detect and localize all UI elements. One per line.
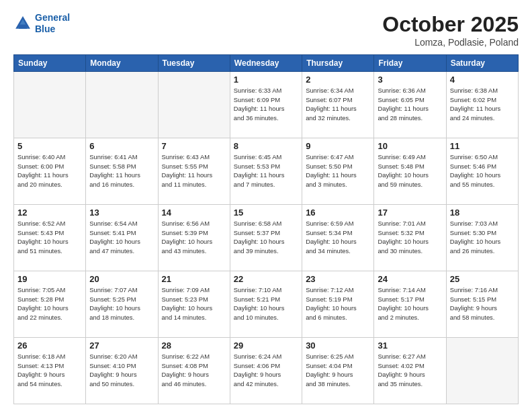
calendar-cell: 17Sunrise: 7:01 AM Sunset: 5:32 PM Dayli… — [374, 205, 446, 271]
day-number: 17 — [378, 208, 442, 218]
day-header-row: SundayMondayTuesdayWednesdayThursdayFrid… — [14, 55, 519, 72]
col-header-friday: Friday — [374, 55, 446, 72]
day-info: Sunrise: 7:14 AM Sunset: 5:17 PM Dayligh… — [378, 285, 442, 322]
calendar-cell: 7Sunrise: 6:43 AM Sunset: 5:55 PM Daylig… — [158, 138, 230, 205]
calendar-cell: 20Sunrise: 7:07 AM Sunset: 5:25 PM Dayli… — [86, 271, 158, 338]
day-number: 20 — [89, 274, 154, 284]
day-info: Sunrise: 7:09 AM Sunset: 5:23 PM Dayligh… — [162, 285, 226, 322]
calendar-cell: 22Sunrise: 7:10 AM Sunset: 5:21 PM Dayli… — [230, 271, 302, 338]
calendar-cell: 29Sunrise: 6:24 AM Sunset: 4:06 PM Dayli… — [230, 338, 302, 404]
calendar-cell: 25Sunrise: 7:16 AM Sunset: 5:15 PM Dayli… — [446, 271, 518, 338]
logo-icon — [13, 14, 32, 33]
day-number: 21 — [162, 274, 226, 284]
day-number: 27 — [89, 340, 154, 351]
day-number: 19 — [17, 274, 82, 284]
day-info: Sunrise: 6:18 AM Sunset: 4:13 PM Dayligh… — [17, 352, 82, 389]
calendar-cell — [86, 72, 158, 138]
calendar-cell: 8Sunrise: 6:45 AM Sunset: 5:53 PM Daylig… — [230, 138, 302, 205]
svg-rect-2 — [19, 24, 27, 28]
week-row-5: 26Sunrise: 6:18 AM Sunset: 4:13 PM Dayli… — [14, 338, 519, 404]
day-info: Sunrise: 6:22 AM Sunset: 4:08 PM Dayligh… — [162, 352, 226, 389]
day-number: 4 — [450, 75, 515, 85]
day-info: Sunrise: 6:34 AM Sunset: 6:07 PM Dayligh… — [306, 86, 370, 123]
day-info: Sunrise: 6:38 AM Sunset: 6:02 PM Dayligh… — [450, 86, 515, 123]
calendar-cell — [14, 72, 86, 138]
calendar-cell: 5Sunrise: 6:40 AM Sunset: 6:00 PM Daylig… — [14, 138, 86, 205]
calendar-cell: 26Sunrise: 6:18 AM Sunset: 4:13 PM Dayli… — [14, 338, 86, 404]
day-info: Sunrise: 6:56 AM Sunset: 5:39 PM Dayligh… — [162, 219, 226, 256]
day-number: 2 — [306, 75, 370, 85]
col-header-wednesday: Wednesday — [230, 55, 302, 72]
day-info: Sunrise: 7:10 AM Sunset: 5:21 PM Dayligh… — [234, 285, 298, 322]
day-info: Sunrise: 6:58 AM Sunset: 5:37 PM Dayligh… — [234, 219, 298, 256]
day-number: 13 — [89, 208, 154, 218]
calendar-cell: 15Sunrise: 6:58 AM Sunset: 5:37 PM Dayli… — [230, 205, 302, 271]
day-number: 7 — [162, 141, 226, 151]
day-info: Sunrise: 6:54 AM Sunset: 5:41 PM Dayligh… — [89, 219, 154, 256]
day-number: 5 — [17, 141, 82, 151]
day-number: 11 — [450, 141, 515, 151]
page-subtitle: Lomza, Podlasie, Poland — [382, 37, 519, 48]
calendar-cell: 6Sunrise: 6:41 AM Sunset: 5:58 PM Daylig… — [86, 138, 158, 205]
day-number: 9 — [306, 141, 370, 151]
day-number: 8 — [234, 141, 298, 151]
day-number: 28 — [162, 340, 226, 351]
logo-general: General — [35, 12, 70, 23]
logo: General Blue — [13, 12, 70, 35]
day-info: Sunrise: 6:41 AM Sunset: 5:58 PM Dayligh… — [89, 152, 154, 189]
day-number: 6 — [89, 141, 154, 151]
calendar-cell: 30Sunrise: 6:25 AM Sunset: 4:04 PM Dayli… — [302, 338, 374, 404]
day-info: Sunrise: 7:05 AM Sunset: 5:28 PM Dayligh… — [17, 285, 82, 322]
week-row-2: 5Sunrise: 6:40 AM Sunset: 6:00 PM Daylig… — [14, 138, 519, 205]
week-row-3: 12Sunrise: 6:52 AM Sunset: 5:43 PM Dayli… — [14, 205, 519, 271]
title-block: October 2025 Lomza, Podlasie, Poland — [382, 12, 519, 48]
day-info: Sunrise: 7:16 AM Sunset: 5:15 PM Dayligh… — [450, 285, 515, 322]
day-number: 26 — [17, 340, 82, 351]
calendar-cell: 16Sunrise: 6:59 AM Sunset: 5:34 PM Dayli… — [302, 205, 374, 271]
calendar-cell — [446, 338, 518, 404]
day-info: Sunrise: 6:33 AM Sunset: 6:09 PM Dayligh… — [234, 86, 298, 123]
day-info: Sunrise: 7:01 AM Sunset: 5:32 PM Dayligh… — [378, 219, 442, 256]
day-number: 16 — [306, 208, 370, 218]
week-row-1: 1Sunrise: 6:33 AM Sunset: 6:09 PM Daylig… — [14, 72, 519, 138]
header: General Blue October 2025 Lomza, Podlasi… — [13, 12, 519, 48]
day-info: Sunrise: 6:43 AM Sunset: 5:55 PM Dayligh… — [162, 152, 226, 189]
day-number: 12 — [17, 208, 82, 218]
col-header-thursday: Thursday — [302, 55, 374, 72]
day-number: 29 — [234, 340, 298, 351]
day-info: Sunrise: 7:03 AM Sunset: 5:30 PM Dayligh… — [450, 219, 515, 256]
calendar-cell: 9Sunrise: 6:47 AM Sunset: 5:50 PM Daylig… — [302, 138, 374, 205]
day-number: 22 — [234, 274, 298, 284]
day-info: Sunrise: 7:07 AM Sunset: 5:25 PM Dayligh… — [89, 285, 154, 322]
day-number: 23 — [306, 274, 370, 284]
calendar-cell: 18Sunrise: 7:03 AM Sunset: 5:30 PM Dayli… — [446, 205, 518, 271]
day-number: 31 — [378, 340, 442, 351]
calendar-cell: 12Sunrise: 6:52 AM Sunset: 5:43 PM Dayli… — [14, 205, 86, 271]
day-number: 24 — [378, 274, 442, 284]
day-number: 3 — [378, 75, 442, 85]
calendar-cell: 24Sunrise: 7:14 AM Sunset: 5:17 PM Dayli… — [374, 271, 446, 338]
calendar-cell: 10Sunrise: 6:49 AM Sunset: 5:48 PM Dayli… — [374, 138, 446, 205]
day-info: Sunrise: 6:20 AM Sunset: 4:10 PM Dayligh… — [89, 352, 154, 389]
day-info: Sunrise: 6:52 AM Sunset: 5:43 PM Dayligh… — [17, 219, 82, 256]
day-number: 1 — [234, 75, 298, 85]
day-info: Sunrise: 6:25 AM Sunset: 4:04 PM Dayligh… — [306, 352, 370, 389]
calendar-cell: 28Sunrise: 6:22 AM Sunset: 4:08 PM Dayli… — [158, 338, 230, 404]
col-header-monday: Monday — [86, 55, 158, 72]
day-number: 18 — [450, 208, 515, 218]
day-number: 25 — [450, 274, 515, 284]
calendar-cell: 19Sunrise: 7:05 AM Sunset: 5:28 PM Dayli… — [14, 271, 86, 338]
calendar-cell: 2Sunrise: 6:34 AM Sunset: 6:07 PM Daylig… — [302, 72, 374, 138]
calendar-cell: 1Sunrise: 6:33 AM Sunset: 6:09 PM Daylig… — [230, 72, 302, 138]
calendar-cell: 3Sunrise: 6:36 AM Sunset: 6:05 PM Daylig… — [374, 72, 446, 138]
calendar-cell: 27Sunrise: 6:20 AM Sunset: 4:10 PM Dayli… — [86, 338, 158, 404]
calendar-cell — [158, 72, 230, 138]
calendar-cell: 4Sunrise: 6:38 AM Sunset: 6:02 PM Daylig… — [446, 72, 518, 138]
calendar-table: SundayMondayTuesdayWednesdayThursdayFrid… — [13, 54, 519, 404]
page: General Blue October 2025 Lomza, Podlasi… — [0, 0, 532, 411]
calendar-cell: 13Sunrise: 6:54 AM Sunset: 5:41 PM Dayli… — [86, 205, 158, 271]
day-number: 10 — [378, 141, 442, 151]
day-number: 14 — [162, 208, 226, 218]
calendar-cell: 21Sunrise: 7:09 AM Sunset: 5:23 PM Dayli… — [158, 271, 230, 338]
logo-text: General Blue — [35, 12, 70, 35]
